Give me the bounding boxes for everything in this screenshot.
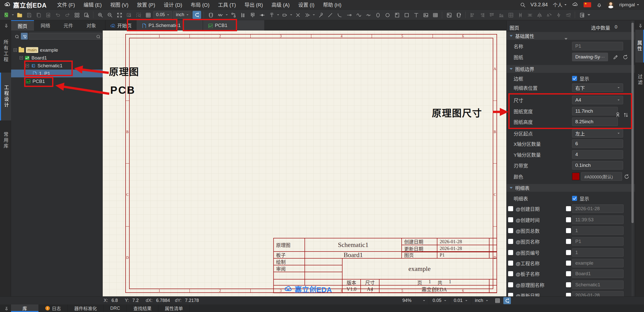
dock-tab-properties[interactable]: 属性 bbox=[635, 30, 644, 63]
attr-show-checkbox[interactable] bbox=[566, 271, 571, 276]
place-circle-icon[interactable] bbox=[383, 11, 392, 19]
zone-origin-select[interactable]: 左上 bbox=[572, 129, 623, 138]
place-text-icon[interactable] bbox=[412, 11, 420, 19]
distribute-h-icon[interactable] bbox=[516, 11, 524, 19]
collapse-toggle-icon[interactable] bbox=[14, 48, 17, 52]
doc-tab-start-page[interactable]: 开始页 bbox=[105, 20, 136, 30]
place-bus-icon[interactable] bbox=[239, 11, 247, 19]
wizard-caret-icon[interactable] bbox=[12, 14, 14, 16]
bom-icon[interactable] bbox=[578, 11, 586, 19]
menu-tools[interactable]: 工具 (T) bbox=[214, 0, 240, 10]
dock-tab-project-design[interactable]: 工程设计 bbox=[0, 73, 11, 120]
place-image-icon[interactable] bbox=[421, 11, 430, 19]
attr-show-checkbox[interactable] bbox=[566, 250, 571, 255]
search-icon[interactable] bbox=[520, 2, 525, 8]
bottom-tab-library[interactable]: 库 bbox=[11, 304, 39, 312]
attr-enable-checkbox[interactable] bbox=[508, 261, 513, 266]
zoom-out-icon[interactable] bbox=[105, 11, 114, 19]
unit-select[interactable]: inch bbox=[173, 11, 192, 19]
attr-value-box[interactable]: Board1 bbox=[572, 269, 624, 278]
place-power-icon[interactable] bbox=[267, 11, 276, 19]
language-flag-icon[interactable] bbox=[584, 2, 591, 7]
zoom-area-icon[interactable] bbox=[134, 11, 143, 19]
attr-value-box[interactable]: 2026-01-28 bbox=[572, 204, 624, 213]
schematic-canvas[interactable]: 123456 123456 ABCD ABCD 原理图 Schematic1 创… bbox=[103, 30, 506, 296]
panel-scrollbar[interactable] bbox=[631, 21, 634, 304]
bottom-tab-standardization[interactable]: 器件标准化 bbox=[68, 304, 104, 312]
attr-enable-checkbox[interactable] bbox=[508, 282, 513, 287]
sheet-width-input[interactable]: 11.7inch bbox=[572, 107, 618, 115]
mirror-vertical-icon[interactable] bbox=[554, 11, 563, 19]
x-zones-input[interactable]: 6 bbox=[572, 139, 623, 148]
power-caret-icon[interactable] bbox=[277, 14, 279, 16]
align-bottom-icon[interactable] bbox=[497, 11, 505, 19]
color-value-box[interactable]: #A00000(默认) bbox=[581, 172, 622, 181]
grid-toggle-icon[interactable] bbox=[494, 297, 501, 304]
tree-item-board[interactable]: Board1 bbox=[11, 54, 103, 62]
attr-enable-checkbox[interactable] bbox=[508, 239, 513, 244]
port-caret-icon[interactable] bbox=[290, 14, 292, 16]
menu-advanced[interactable]: 高级 (A) bbox=[267, 0, 294, 10]
menu-help[interactable]: 帮助 (H) bbox=[319, 0, 346, 10]
place-probe-icon[interactable] bbox=[316, 11, 325, 19]
attr-value-box[interactable]: Schematic1 bbox=[572, 280, 624, 289]
attr-enable-checkbox[interactable] bbox=[508, 228, 513, 233]
attr-show-checkbox[interactable] bbox=[566, 239, 571, 244]
place-wire-icon[interactable] bbox=[216, 11, 224, 19]
bottom-tab-drc[interactable]: DRC bbox=[104, 304, 127, 312]
tree-item-schematic[interactable]: Schematic1 bbox=[11, 62, 103, 70]
bom-show-checkbox[interactable] bbox=[572, 196, 577, 201]
refresh-icon[interactable] bbox=[622, 54, 628, 60]
attr-enable-checkbox[interactable] bbox=[508, 250, 513, 255]
place-wave-icon[interactable] bbox=[354, 11, 363, 19]
name-input[interactable]: P1 bbox=[572, 42, 623, 50]
save-all-icon[interactable] bbox=[34, 11, 43, 19]
edge-width-input[interactable]: 0.1inch bbox=[572, 161, 623, 170]
bottom-tab-log[interactable]: ! 日志 bbox=[39, 304, 68, 312]
undo-icon[interactable] bbox=[53, 11, 62, 19]
tree-item-project[interactable]: main example bbox=[11, 46, 103, 54]
doc-tab-schematic[interactable]: P1.Schematic1 bbox=[137, 20, 203, 30]
snap-toggle-icon[interactable] bbox=[503, 297, 511, 304]
toolbar-more-caret-icon[interactable] bbox=[587, 13, 591, 17]
scrollbar-thumb[interactable] bbox=[631, 23, 634, 223]
doc-tab-pcb[interactable]: PCB1 bbox=[203, 20, 264, 30]
menu-view[interactable]: 视图 (V) bbox=[106, 0, 133, 10]
tree-search-input[interactable] bbox=[29, 33, 102, 40]
zoom-page-icon[interactable] bbox=[125, 11, 133, 19]
place-net-label-icon[interactable] bbox=[229, 11, 238, 19]
attr-show-checkbox[interactable] bbox=[566, 282, 571, 287]
section-bom-table[interactable]: 明细表 bbox=[507, 184, 635, 192]
place-rect-icon[interactable] bbox=[402, 11, 411, 19]
place-arc-icon[interactable] bbox=[335, 11, 344, 19]
attr-show-checkbox[interactable] bbox=[566, 261, 571, 266]
link-dimensions-icon[interactable] bbox=[615, 112, 620, 117]
tree-item-page-selected[interactable]: 1. P1 bbox=[11, 70, 103, 77]
unit-status-select[interactable]: inch bbox=[471, 297, 492, 305]
place-line-icon[interactable] bbox=[326, 11, 334, 19]
collapse-toggle-icon[interactable] bbox=[26, 64, 29, 67]
dock-tab-filter[interactable]: 过滤 bbox=[635, 66, 644, 94]
attr-value-box[interactable]: example bbox=[572, 259, 624, 267]
place-port-icon[interactable] bbox=[280, 11, 289, 19]
user-avatar[interactable] bbox=[607, 1, 614, 8]
tree-filter-icon[interactable] bbox=[21, 33, 28, 40]
section-basic-properties[interactable]: 基础属性 bbox=[507, 32, 635, 40]
place-pin-icon[interactable] bbox=[345, 11, 353, 19]
tree-search-icon[interactable] bbox=[13, 33, 20, 40]
cloud-sync-icon[interactable] bbox=[572, 2, 579, 8]
swap-dimensions-icon[interactable] bbox=[623, 112, 628, 117]
align-top-icon[interactable] bbox=[487, 11, 496, 19]
panel-tab-nets[interactable]: 网络 bbox=[34, 20, 57, 30]
menu-settings[interactable]: 设置 (I) bbox=[294, 0, 319, 10]
bottom-tab-search-results[interactable]: 查找结果 bbox=[127, 304, 158, 312]
menu-place[interactable]: 放置 (P) bbox=[133, 0, 159, 10]
align-grid-icon[interactable] bbox=[506, 11, 515, 19]
annotate-icon[interactable] bbox=[454, 11, 463, 19]
attr-enable-checkbox[interactable] bbox=[508, 217, 513, 222]
bus-entry-caret-icon[interactable] bbox=[313, 14, 315, 16]
distribute-v-icon[interactable] bbox=[525, 11, 534, 19]
sheet-height-input[interactable]: 8.25inch bbox=[572, 117, 618, 126]
attr-value-box[interactable]: 1 bbox=[572, 248, 624, 257]
fit-view-icon[interactable] bbox=[115, 11, 124, 19]
